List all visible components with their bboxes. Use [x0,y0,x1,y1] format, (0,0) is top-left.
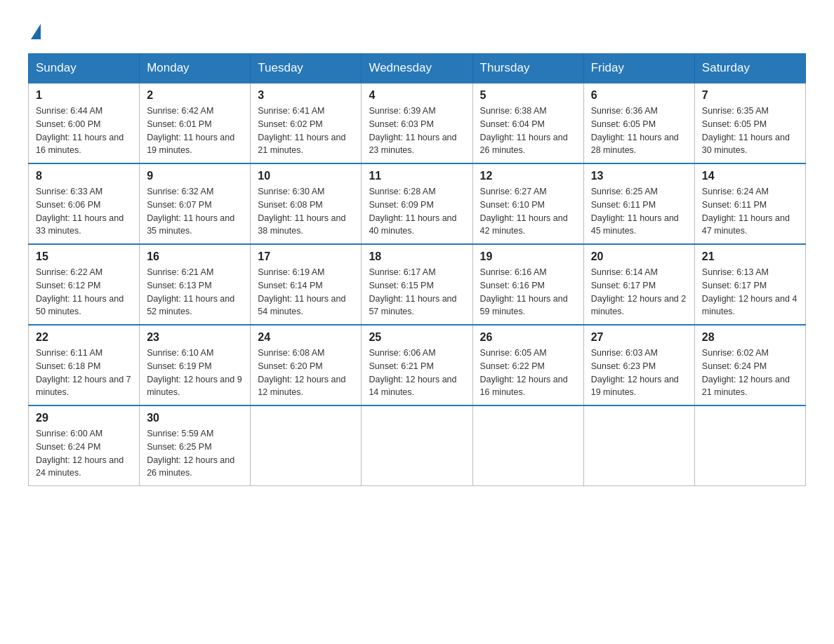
day-info: Sunrise: 6:36 AM Sunset: 6:05 PM Dayligh… [591,105,687,157]
calendar-cell: 5 Sunrise: 6:38 AM Sunset: 6:04 PM Dayli… [472,83,583,163]
calendar-cell: 11 Sunrise: 6:28 AM Sunset: 6:09 PM Dayl… [362,163,472,244]
calendar-week-row: 8 Sunrise: 6:33 AM Sunset: 6:06 PM Dayli… [29,163,806,244]
day-number: 23 [147,331,243,344]
calendar-cell [472,405,583,486]
calendar-cell: 10 Sunrise: 6:30 AM Sunset: 6:08 PM Dayl… [251,163,362,244]
calendar-cell: 13 Sunrise: 6:25 AM Sunset: 6:11 PM Dayl… [583,163,694,244]
day-info: Sunrise: 6:42 AM Sunset: 6:01 PM Dayligh… [147,105,243,157]
weekday-header-saturday: Saturday [694,54,805,83]
logo-triangle-icon [31,24,41,39]
day-number: 5 [480,89,576,102]
calendar-week-row: 1 Sunrise: 6:44 AM Sunset: 6:00 PM Dayli… [29,83,806,163]
day-number: 2 [147,89,243,102]
day-number: 9 [147,170,243,182]
day-info: Sunrise: 6:44 AM Sunset: 6:00 PM Dayligh… [36,105,132,157]
weekday-header-wednesday: Wednesday [362,54,472,83]
day-number: 11 [369,170,465,182]
day-number: 15 [36,250,132,263]
day-info: Sunrise: 6:41 AM Sunset: 6:02 PM Dayligh… [258,105,354,157]
day-number: 28 [702,331,798,344]
day-number: 16 [147,250,243,263]
day-info: Sunrise: 6:24 AM Sunset: 6:11 PM Dayligh… [702,185,798,238]
calendar-cell: 21 Sunrise: 6:13 AM Sunset: 6:17 PM Dayl… [694,244,805,325]
day-number: 25 [369,331,465,344]
calendar-cell: 23 Sunrise: 6:10 AM Sunset: 6:19 PM Dayl… [140,325,251,405]
day-info: Sunrise: 6:02 AM Sunset: 6:24 PM Dayligh… [702,347,798,399]
day-number: 3 [258,89,354,102]
day-info: Sunrise: 6:21 AM Sunset: 6:13 PM Dayligh… [147,266,243,318]
day-info: Sunrise: 6:27 AM Sunset: 6:10 PM Dayligh… [480,185,576,238]
calendar-cell: 6 Sunrise: 6:36 AM Sunset: 6:05 PM Dayli… [583,83,694,163]
calendar-cell: 28 Sunrise: 6:02 AM Sunset: 6:24 PM Dayl… [694,325,805,405]
weekday-header-thursday: Thursday [472,54,583,83]
day-number: 21 [702,250,798,263]
day-info: Sunrise: 6:03 AM Sunset: 6:23 PM Dayligh… [591,347,687,399]
calendar-cell [362,405,472,486]
day-info: Sunrise: 6:14 AM Sunset: 6:17 PM Dayligh… [591,266,687,318]
day-number: 29 [36,412,132,424]
calendar-cell: 24 Sunrise: 6:08 AM Sunset: 6:20 PM Dayl… [251,325,362,405]
calendar-cell: 22 Sunrise: 6:11 AM Sunset: 6:18 PM Dayl… [29,325,140,405]
calendar-cell: 19 Sunrise: 6:16 AM Sunset: 6:16 PM Dayl… [472,244,583,325]
day-info: Sunrise: 6:06 AM Sunset: 6:21 PM Dayligh… [369,347,465,399]
calendar-cell: 16 Sunrise: 6:21 AM Sunset: 6:13 PM Dayl… [140,244,251,325]
day-number: 18 [369,250,465,263]
calendar-table: SundayMondayTuesdayWednesdayThursdayFrid… [28,53,806,486]
day-number: 24 [258,331,354,344]
calendar-cell: 27 Sunrise: 6:03 AM Sunset: 6:23 PM Dayl… [583,325,694,405]
calendar-cell: 14 Sunrise: 6:24 AM Sunset: 6:11 PM Dayl… [694,163,805,244]
day-number: 7 [702,89,798,102]
day-info: Sunrise: 6:22 AM Sunset: 6:12 PM Dayligh… [36,266,132,318]
calendar-cell: 26 Sunrise: 6:05 AM Sunset: 6:22 PM Dayl… [472,325,583,405]
calendar-cell: 18 Sunrise: 6:17 AM Sunset: 6:15 PM Dayl… [362,244,472,325]
day-info: Sunrise: 5:59 AM Sunset: 6:25 PM Dayligh… [147,427,243,480]
calendar-cell: 9 Sunrise: 6:32 AM Sunset: 6:07 PM Dayli… [140,163,251,244]
weekday-header-friday: Friday [583,54,694,83]
day-number: 4 [369,89,465,102]
day-info: Sunrise: 6:28 AM Sunset: 6:09 PM Dayligh… [369,185,465,238]
calendar-cell [251,405,362,486]
calendar-cell: 7 Sunrise: 6:35 AM Sunset: 6:05 PM Dayli… [694,83,805,163]
day-number: 22 [36,331,132,344]
weekday-header-sunday: Sunday [29,54,140,83]
day-info: Sunrise: 6:33 AM Sunset: 6:06 PM Dayligh… [36,185,132,238]
day-number: 27 [591,331,687,344]
calendar-week-row: 22 Sunrise: 6:11 AM Sunset: 6:18 PM Dayl… [29,325,806,405]
calendar-cell: 15 Sunrise: 6:22 AM Sunset: 6:12 PM Dayl… [29,244,140,325]
calendar-cell: 4 Sunrise: 6:39 AM Sunset: 6:03 PM Dayli… [362,83,472,163]
day-info: Sunrise: 6:30 AM Sunset: 6:08 PM Dayligh… [258,185,354,238]
day-number: 10 [258,170,354,182]
day-info: Sunrise: 6:05 AM Sunset: 6:22 PM Dayligh… [480,347,576,399]
page-header [28,21,806,39]
day-number: 26 [480,331,576,344]
logo [28,21,41,39]
day-number: 19 [480,250,576,263]
day-info: Sunrise: 6:16 AM Sunset: 6:16 PM Dayligh… [480,266,576,318]
day-info: Sunrise: 6:38 AM Sunset: 6:04 PM Dayligh… [480,105,576,157]
day-number: 20 [591,250,687,263]
calendar-cell: 17 Sunrise: 6:19 AM Sunset: 6:14 PM Dayl… [251,244,362,325]
day-info: Sunrise: 6:00 AM Sunset: 6:24 PM Dayligh… [36,427,132,480]
calendar-cell: 3 Sunrise: 6:41 AM Sunset: 6:02 PM Dayli… [251,83,362,163]
day-info: Sunrise: 6:32 AM Sunset: 6:07 PM Dayligh… [147,185,243,238]
day-info: Sunrise: 6:08 AM Sunset: 6:20 PM Dayligh… [258,347,354,399]
day-number: 8 [36,170,132,182]
day-info: Sunrise: 6:17 AM Sunset: 6:15 PM Dayligh… [369,266,465,318]
calendar-cell [694,405,805,486]
calendar-cell [583,405,694,486]
calendar-week-row: 29 Sunrise: 6:00 AM Sunset: 6:24 PM Dayl… [29,405,806,486]
day-info: Sunrise: 6:39 AM Sunset: 6:03 PM Dayligh… [369,105,465,157]
day-number: 6 [591,89,687,102]
calendar-cell: 29 Sunrise: 6:00 AM Sunset: 6:24 PM Dayl… [29,405,140,486]
weekday-header-row: SundayMondayTuesdayWednesdayThursdayFrid… [29,54,806,83]
day-info: Sunrise: 6:25 AM Sunset: 6:11 PM Dayligh… [591,185,687,238]
calendar-cell: 2 Sunrise: 6:42 AM Sunset: 6:01 PM Dayli… [140,83,251,163]
day-number: 14 [702,170,798,182]
day-number: 30 [147,412,243,424]
day-info: Sunrise: 6:19 AM Sunset: 6:14 PM Dayligh… [258,266,354,318]
weekday-header-monday: Monday [140,54,251,83]
day-info: Sunrise: 6:35 AM Sunset: 6:05 PM Dayligh… [702,105,798,157]
day-info: Sunrise: 6:10 AM Sunset: 6:19 PM Dayligh… [147,347,243,399]
calendar-cell: 12 Sunrise: 6:27 AM Sunset: 6:10 PM Dayl… [472,163,583,244]
calendar-cell: 30 Sunrise: 5:59 AM Sunset: 6:25 PM Dayl… [140,405,251,486]
